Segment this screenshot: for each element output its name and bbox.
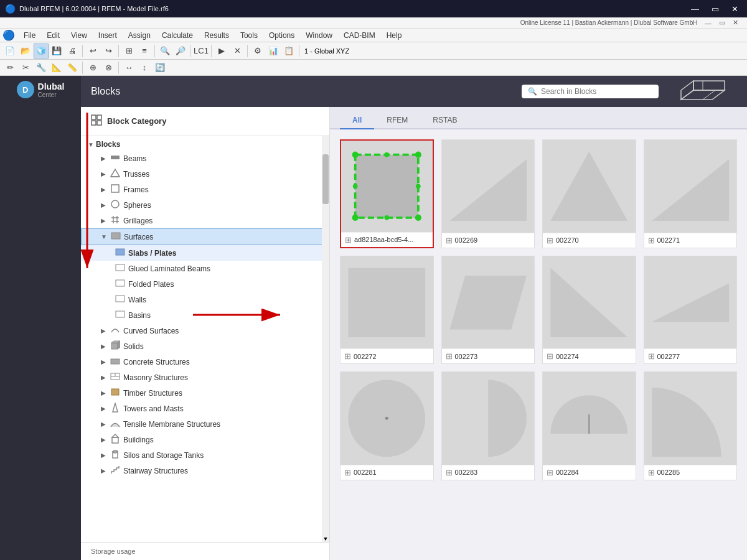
storage-bar: Storage usage bbox=[81, 542, 329, 560]
save-btn[interactable]: 💾 bbox=[49, 44, 64, 58]
tree-item-walls[interactable]: Walls bbox=[81, 292, 329, 307]
maximize-button[interactable]: ▭ bbox=[708, 3, 723, 15]
tree-item-trusses[interactable]: ▶ Trusses bbox=[81, 166, 329, 182]
tree-item-buildings[interactable]: ▶ Buildings bbox=[81, 432, 329, 447]
sidebar-scrollbar[interactable]: ▼ bbox=[322, 136, 329, 542]
tree-item-solids[interactable]: ▶ Solids bbox=[81, 338, 329, 354]
license-maximize[interactable]: ▭ bbox=[715, 17, 729, 28]
tab-rfem[interactable]: RFEM bbox=[374, 112, 420, 129]
zoom-in-btn[interactable]: 🔍 bbox=[157, 44, 172, 58]
tree-item-basins[interactable]: Basins bbox=[81, 307, 329, 323]
menu-view[interactable]: View bbox=[66, 30, 92, 41]
misc1-btn[interactable]: ⚙ bbox=[250, 44, 265, 58]
catalog-item-12[interactable]: ⊞ 002285 bbox=[644, 371, 738, 480]
tree-item-tensile[interactable]: ▶ Tensile Membrane Structures bbox=[81, 416, 329, 432]
catalog-item-1[interactable]: ⊞ ad8218aa-bcd5-4... bbox=[340, 139, 434, 248]
tree-item-glued[interactable]: Glued Laminated Beams bbox=[81, 261, 329, 276]
menu-insert[interactable]: Insert bbox=[93, 30, 122, 41]
scroll-down-arrow[interactable]: ▼ bbox=[322, 536, 329, 542]
menu-tools[interactable]: Tools bbox=[235, 30, 263, 41]
catalog-item-8[interactable]: ⊞ 002277 bbox=[644, 256, 738, 365]
catalog-item-2[interactable]: ⊞ 002269 bbox=[441, 139, 535, 248]
concrete-icon bbox=[110, 356, 121, 368]
tab-all[interactable]: All bbox=[340, 112, 374, 129]
misc3-btn[interactable]: 📋 bbox=[281, 44, 296, 58]
menu-window[interactable]: Window bbox=[301, 30, 337, 41]
tree-item-towers[interactable]: ▶ Towers and Masts bbox=[81, 401, 329, 416]
catalog-item-4[interactable]: ⊞ 002271 bbox=[644, 139, 738, 248]
scrollbar-thumb[interactable] bbox=[322, 154, 329, 204]
t2-btn6[interactable]: ⊕ bbox=[85, 60, 100, 75]
item1-thumb bbox=[341, 141, 433, 232]
new-btn[interactable]: 📄 bbox=[2, 44, 17, 58]
item8-text: 002277 bbox=[657, 353, 680, 360]
toolbar-secondary: ✏ ✂ 🔧 📐 📏 ⊕ ⊗ ↔ ↕ 🔄 bbox=[0, 60, 747, 76]
tree-item-stairway[interactable]: ▶ Stairway Structures bbox=[81, 463, 329, 478]
tree-item-timber[interactable]: ▶ Timber Structures bbox=[81, 385, 329, 401]
stop-btn[interactable]: ✕ bbox=[230, 44, 245, 58]
menu-file[interactable]: File bbox=[19, 30, 40, 41]
tab-rstab[interactable]: RSTAB bbox=[420, 112, 469, 129]
search-input[interactable] bbox=[541, 87, 652, 96]
item11-label: ⊞ 002284 bbox=[543, 465, 636, 480]
search-bar[interactable]: 🔍 bbox=[522, 85, 659, 98]
menu-help[interactable]: Help bbox=[382, 30, 407, 41]
tree-item-beams[interactable]: ▶ Beams bbox=[81, 151, 329, 166]
catalog-item-5[interactable]: ⊞ 002272 bbox=[340, 256, 434, 365]
prop-btn[interactable]: ≡ bbox=[137, 44, 152, 58]
menu-results[interactable]: Results bbox=[199, 30, 234, 41]
t2-btn3[interactable]: 🔧 bbox=[34, 60, 49, 75]
t2-btn8[interactable]: ↔ bbox=[121, 60, 136, 75]
lc-btn[interactable]: LC1 bbox=[194, 44, 209, 58]
t2-btn10[interactable]: 🔄 bbox=[153, 60, 167, 75]
tree-item-curved[interactable]: ▶ Curved Surfaces bbox=[81, 323, 329, 338]
item8-icon: ⊞ bbox=[648, 352, 655, 361]
print-btn[interactable]: 🖨 bbox=[65, 44, 80, 58]
tree-item-silos[interactable]: ▶ Silos and Storage Tanks bbox=[81, 447, 329, 463]
blocks-btn[interactable]: 🧊 bbox=[34, 44, 49, 58]
catalog-item-6[interactable]: ⊞ 002273 bbox=[441, 256, 535, 365]
misc2-btn[interactable]: 📊 bbox=[266, 44, 281, 58]
tree-item-spheres[interactable]: ▶ Spheres bbox=[81, 197, 329, 213]
catalog-item-3[interactable]: ⊞ 002270 bbox=[542, 139, 636, 248]
t2-btn2[interactable]: ✂ bbox=[18, 60, 33, 75]
app-icon: 🔵 bbox=[2, 29, 15, 41]
close-button[interactable]: ✕ bbox=[728, 3, 742, 15]
open-btn[interactable]: 📂 bbox=[18, 44, 33, 58]
t2-btn1[interactable]: ✏ bbox=[2, 60, 17, 75]
t2-btn7[interactable]: ⊗ bbox=[101, 60, 116, 75]
tree-item-frames[interactable]: ▶ Frames bbox=[81, 182, 329, 197]
license-minimize[interactable]: — bbox=[701, 18, 715, 28]
catalog-item-11[interactable]: ⊞ 002284 bbox=[542, 371, 636, 480]
tree-item-concrete[interactable]: ▶ Concrete Structures bbox=[81, 354, 329, 370]
run-btn[interactable]: ▶ bbox=[214, 44, 229, 58]
menu-options[interactable]: Options bbox=[264, 30, 299, 41]
surfaces-label: Surfaces bbox=[124, 233, 324, 241]
zoom-out-btn[interactable]: 🔎 bbox=[173, 44, 188, 58]
catalog-item-10[interactable]: ⊞ 002283 bbox=[441, 371, 535, 480]
tree-blocks-root[interactable]: ▼ Blocks bbox=[81, 138, 329, 151]
tree-item-grillages[interactable]: ▶ Grillages bbox=[81, 213, 329, 228]
timber-label: Timber Structures bbox=[123, 389, 324, 398]
item1-icon: ⊞ bbox=[345, 235, 352, 245]
license-close[interactable]: ✕ bbox=[729, 17, 742, 28]
catalog-item-7[interactable]: ⊞ 002274 bbox=[542, 256, 636, 365]
menu-calculate[interactable]: Calculate bbox=[157, 30, 198, 41]
catalog-item-9[interactable]: ⊞ 002281 bbox=[340, 371, 434, 480]
t2-btn4[interactable]: 📐 bbox=[49, 60, 64, 75]
menu-bar: 🔵 File Edit View Insert Assign Calculate… bbox=[0, 29, 747, 42]
menu-cadbim[interactable]: CAD-BIM bbox=[339, 30, 380, 41]
undo-btn[interactable]: ↩ bbox=[85, 44, 100, 58]
tree-item-folded[interactable]: Folded Plates bbox=[81, 276, 329, 292]
t2-btn9[interactable]: ↕ bbox=[137, 60, 152, 75]
tree-item-surfaces[interactable]: ▼ Surfaces bbox=[81, 228, 329, 245]
redo-btn[interactable]: ↪ bbox=[101, 44, 116, 58]
svg-point-48 bbox=[353, 184, 358, 189]
tree-item-masonry[interactable]: ▶ Masonry Structures bbox=[81, 370, 329, 385]
minimize-button[interactable]: — bbox=[687, 3, 703, 15]
table-btn[interactable]: ⊞ bbox=[121, 44, 136, 58]
menu-assign[interactable]: Assign bbox=[123, 30, 156, 41]
tree-item-slabs[interactable]: Slabs / Plates bbox=[81, 245, 329, 261]
t2-btn5[interactable]: 📏 bbox=[65, 60, 80, 75]
menu-edit[interactable]: Edit bbox=[42, 30, 65, 41]
